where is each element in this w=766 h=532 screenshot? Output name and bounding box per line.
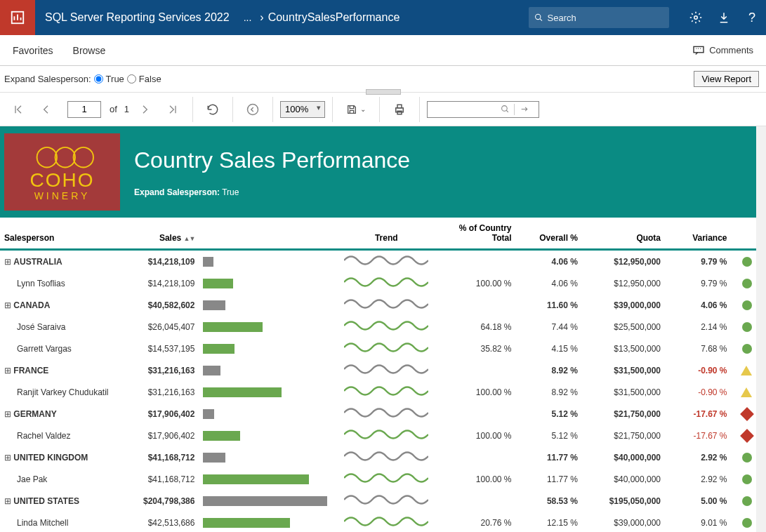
find-input[interactable] [430,104,501,114]
cell-pct-country: 100.00 % [441,272,515,294]
cell-overall: 11.77 % [516,446,582,468]
col-trend[interactable]: Trend [331,218,441,250]
status-indicator-icon [742,474,752,484]
cell-variance: 7.68 % [665,338,731,359]
search-icon [534,13,543,22]
cell-pct-country [441,403,515,425]
table-row: Ranjit Varkey Chudukatil $31,216,163 100… [0,381,756,403]
col-variance[interactable]: Variance [665,218,731,250]
back-icon [246,103,259,116]
table-row[interactable]: UNITED STATES $204,798,386 58.53 % $195,… [0,490,756,512]
first-page-button[interactable] [6,97,31,122]
cell-name[interactable]: UNITED STATES [0,490,124,512]
cell-trend [331,446,441,468]
refresh-button[interactable] [200,97,225,122]
cell-indicator [732,425,756,446]
find-icon [501,105,510,114]
report-subtitle: Expand Salesperson: True [134,187,410,197]
svg-point-2 [694,16,698,20]
table-row[interactable]: UNITED KINGDOM $41,168,712 11.77 % $40,0… [0,446,756,468]
next-page-button[interactable] [132,97,157,122]
cell-variance: -0.90 % [665,381,731,403]
splitter-handle[interactable] [366,89,401,95]
cell-overall: 7.44 % [516,316,582,338]
back-button[interactable] [240,97,265,122]
cell-name[interactable]: GERMANY [0,403,124,425]
param-false[interactable]: False [127,74,161,84]
cell-bar [199,316,331,338]
search-box[interactable] [529,7,669,28]
breadcrumb-current[interactable]: CountrySalesPerformance [268,11,400,24]
help-button[interactable]: ? [738,0,766,35]
app-title[interactable]: SQL Server Reporting Services 2022 [35,11,239,24]
chart-icon [10,10,25,25]
cell-quota: $13,500,000 [582,338,665,359]
cell-trend [331,272,441,294]
col-bar [199,218,331,250]
cell-sales: $14,218,109 [124,250,199,273]
last-page-icon [167,104,178,115]
svg-rect-3 [694,46,704,52]
table-row[interactable]: GERMANY $17,906,402 5.12 % $21,750,000 -… [0,403,756,425]
download-button[interactable] [710,0,738,35]
chevron-down-icon: ⌄ [360,105,366,113]
cell-sales: $17,906,402 [124,425,199,446]
radio-false[interactable] [127,74,136,84]
cell-indicator [732,512,756,532]
table-row[interactable]: AUSTRALIA $14,218,109 4.06 % $12,950,000… [0,250,756,273]
help-icon: ? [748,11,755,25]
find-next-icon[interactable] [519,105,530,114]
chevron-left-icon [41,104,52,115]
cell-name[interactable]: AUSTRALIA [0,250,124,273]
cell-pct-country [441,294,515,316]
cell-sales: $40,582,602 [124,294,199,316]
page-number-input[interactable] [67,101,101,118]
cell-pct-country [441,490,515,512]
search-input[interactable] [548,13,663,23]
export-button[interactable]: ⌄ [340,97,372,122]
col-sales[interactable]: Sales ▲▼ [124,218,199,250]
cell-name[interactable]: CANADA [0,294,124,316]
nav-favorites[interactable]: Favorites [13,45,53,56]
data-table: Salesperson Sales ▲▼ Trend % of Country … [0,218,756,532]
last-page-button[interactable] [160,97,185,122]
cell-bar [199,359,331,381]
header-row: Salesperson Sales ▲▼ Trend % of Country … [0,218,756,250]
radio-true[interactable] [94,74,103,84]
print-button[interactable] [387,97,412,122]
table-row: Jae Pak $41,168,712 100.00 % 11.77 % $40… [0,468,756,490]
breadcrumb-ellipsis[interactable]: ... [239,12,256,23]
cell-bar [199,468,331,490]
cell-sales: $14,537,195 [124,338,199,359]
status-indicator-icon [741,387,752,397]
app-logo[interactable] [0,0,35,35]
cell-name[interactable]: UNITED KINGDOM [0,446,124,468]
prev-page-button[interactable] [34,97,59,122]
cell-variance: 9.79 % [665,272,731,294]
col-indicator [732,218,756,250]
cell-name[interactable]: FRANCE [0,359,124,381]
col-overall[interactable]: Overall % [516,218,582,250]
first-page-icon [13,104,24,115]
download-icon [718,11,730,24]
zoom-select[interactable]: 100% [280,101,325,118]
comments-button[interactable]: Comments [692,45,753,55]
col-salesperson[interactable]: Salesperson [0,218,124,250]
table-row: Garrett Vargas $14,537,195 35.82 % 4.15 … [0,338,756,359]
view-report-button[interactable]: View Report [694,71,759,87]
param-true[interactable]: True [94,74,124,84]
table-row[interactable]: FRANCE $31,216,163 8.92 % $31,500,000 -0… [0,359,756,381]
cell-trend [331,490,441,512]
find-box[interactable] [427,101,539,118]
cell-variance: 2.92 % [665,446,731,468]
table-row[interactable]: CANADA $40,582,602 11.60 % $39,000,000 4… [0,294,756,316]
cell-overall: 11.60 % [516,294,582,316]
cell-overall: 5.12 % [516,425,582,446]
nav-browse[interactable]: Browse [73,45,106,56]
col-pct-country[interactable]: % of Country Total [441,218,515,250]
col-quota[interactable]: Quota [582,218,665,250]
settings-button[interactable] [682,0,710,35]
cell-sales: $14,218,109 [124,272,199,294]
status-indicator-icon [742,300,752,310]
logo-rings-icon: ◯◯◯ [35,143,90,168]
